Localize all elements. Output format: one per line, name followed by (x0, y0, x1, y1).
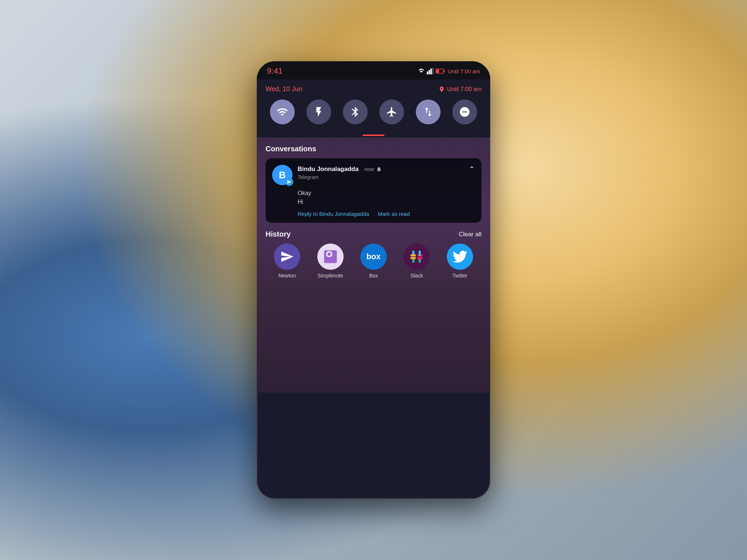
box-label: Box (369, 273, 378, 279)
reply-button[interactable]: Reply to Bindu Jonnalagadda (298, 211, 369, 217)
signal-icon (427, 68, 434, 74)
conversations-label: Conversations (266, 145, 481, 153)
qs-dnd-icon (459, 106, 471, 118)
svg-rect-14 (411, 257, 416, 259)
notif-content: Bindu Jonnalagadda · now ⌃ Telegram (298, 165, 475, 183)
qs-data-icon (422, 106, 434, 118)
qs-flashlight-icon (313, 106, 325, 118)
simplenote-app-item[interactable]: Simplenote (317, 244, 344, 279)
notif-dot: · (361, 166, 362, 172)
mark-read-button[interactable]: Mark as read (378, 211, 410, 217)
svg-point-7 (328, 253, 331, 256)
twitter-app-item[interactable]: Twitter (447, 244, 473, 279)
notification-area: Conversations B (257, 137, 490, 393)
status-icons: Until 7:00 am (417, 68, 480, 74)
svg-rect-0 (427, 71, 428, 74)
svg-rect-3 (432, 68, 434, 74)
qs-alarm: Until 7:00 am (438, 86, 481, 93)
notif-header: B Bindu Jonnalagadda (272, 165, 475, 185)
status-bar: 9:41 (257, 61, 490, 79)
avatar: B (272, 165, 293, 185)
qs-bluetooth-button[interactable] (343, 100, 368, 124)
notif-time: now (364, 166, 374, 172)
qs-wifi-button[interactable] (270, 100, 295, 124)
slack-label: Slack (410, 273, 423, 279)
telegram-icon (287, 179, 292, 184)
quick-settings-icons (264, 100, 483, 124)
svg-rect-10 (411, 254, 416, 256)
wifi-icon (417, 68, 425, 74)
qs-date: Wed, 10 Jun (266, 85, 302, 93)
alarm-icon (438, 86, 445, 93)
notif-app: Telegram (298, 174, 475, 180)
slack-icon (403, 244, 430, 270)
newton-app-item[interactable]: Newton (274, 244, 300, 279)
simplenote-icon (317, 244, 344, 270)
simplenote-app-icon (323, 249, 338, 264)
svg-rect-6 (444, 70, 445, 72)
newton-app-icon (280, 250, 294, 264)
box-icon: box (360, 244, 387, 270)
box-text: box (366, 252, 380, 261)
notif-messages: Okay Hi (272, 189, 475, 206)
app-icons-row: Newton Simplenote (266, 244, 481, 279)
notif-sender: Bindu Jonnalagadda · now (298, 166, 382, 173)
svg-rect-2 (430, 69, 432, 74)
simplenote-label: Simplenote (318, 273, 343, 279)
status-time: 9:41 (267, 66, 283, 76)
history-header: History Clear all (266, 230, 481, 238)
svg-rect-1 (429, 70, 430, 74)
history-section: History Clear all Newton (266, 230, 481, 279)
pull-indicator (257, 132, 490, 137)
qs-flashlight-button[interactable] (306, 100, 331, 124)
slack-app-icon (409, 249, 424, 264)
alarm-label: Until 7:00 am (447, 86, 481, 93)
telegram-badge (285, 178, 293, 186)
qs-wifi-icon (276, 106, 288, 118)
qs-airplane-button[interactable] (379, 100, 404, 124)
battery-icon (436, 69, 445, 74)
svg-rect-12 (419, 250, 421, 256)
twitter-app-icon (453, 249, 467, 264)
box-app-item[interactable]: box Box (360, 244, 387, 279)
quick-settings-panel: Wed, 10 Jun Until 7:00 am (257, 79, 490, 132)
newton-icon (274, 244, 300, 270)
notif-msg-1: Okay (298, 189, 475, 198)
clear-all-button[interactable]: Clear all (459, 231, 481, 238)
notification-card: B Bindu Jonnalagadda (266, 158, 481, 223)
notif-actions: Reply to Bindu Jonnalagadda Mark as read (272, 211, 475, 217)
notif-msg-2: Hi (298, 198, 475, 206)
qs-airplane-icon (386, 106, 398, 118)
twitter-icon (447, 244, 473, 270)
newton-label: Newton (278, 273, 295, 279)
qs-dnd-button[interactable] (452, 100, 477, 124)
alarm-text: Until 7:00 am (448, 68, 480, 74)
collapse-button[interactable]: ⌃ (469, 165, 475, 174)
notification-bell-icon (376, 166, 382, 172)
svg-rect-5 (436, 70, 439, 73)
qs-data-button[interactable] (416, 100, 441, 124)
twitter-label: Twitter (452, 273, 467, 279)
history-label: History (266, 230, 291, 238)
slack-app-item[interactable]: Slack (403, 244, 430, 279)
svg-rect-15 (417, 257, 423, 259)
qs-bluetooth-icon (349, 106, 361, 118)
